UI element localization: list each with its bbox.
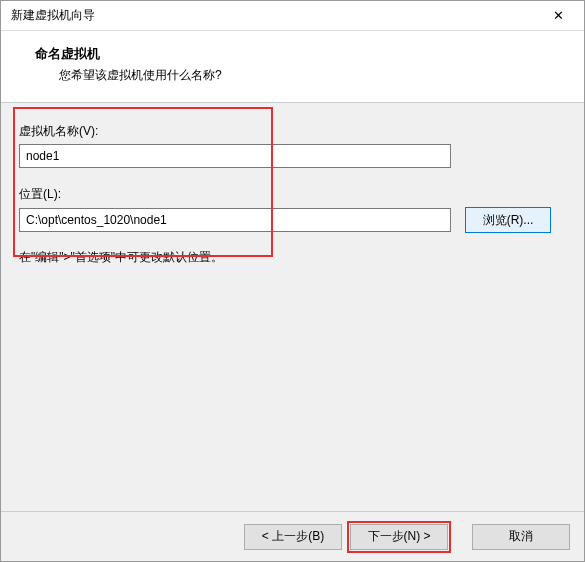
back-button[interactable]: < 上一步(B) [244,524,342,550]
hint-text: 在"编辑">"首选项"中可更改默认位置。 [19,249,566,266]
close-button[interactable]: ✕ [540,2,576,30]
location-input[interactable] [19,208,451,232]
page-title: 命名虚拟机 [35,45,564,63]
location-label: 位置(L): [19,186,566,203]
next-button[interactable]: 下一步(N) > [350,524,448,550]
wizard-footer: < 上一步(B) 下一步(N) > 取消 [1,511,584,561]
content-area: 虚拟机名称(V): 位置(L): 浏览(R)... 在"编辑">"首选项"中可更… [1,103,584,511]
form-area: 虚拟机名称(V): 位置(L): 浏览(R)... 在"编辑">"首选项"中可更… [1,103,584,280]
vm-name-input[interactable] [19,144,451,168]
page-subtitle: 您希望该虚拟机使用什么名称? [59,67,564,84]
close-icon: ✕ [553,8,564,23]
vm-name-label: 虚拟机名称(V): [19,123,566,140]
location-row: 浏览(R)... [19,207,566,233]
browse-button[interactable]: 浏览(R)... [465,207,551,233]
titlebar: 新建虚拟机向导 ✕ [1,1,584,31]
cancel-button[interactable]: 取消 [472,524,570,550]
window-title: 新建虚拟机向导 [11,7,95,24]
wizard-header: 命名虚拟机 您希望该虚拟机使用什么名称? [1,31,584,103]
